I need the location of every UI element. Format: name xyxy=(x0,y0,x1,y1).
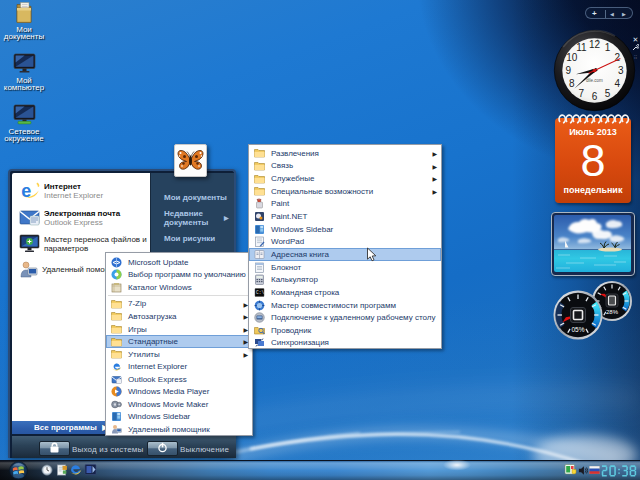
svg-text:28%: 28% xyxy=(606,309,619,315)
svg-text:8: 8 xyxy=(569,78,575,89)
svg-text:3: 3 xyxy=(618,65,624,76)
svg-text:C:\: C:\ xyxy=(256,289,264,294)
svg-text:12: 12 xyxy=(589,39,601,50)
svg-text:4: 4 xyxy=(614,78,620,89)
svg-text:10: 10 xyxy=(566,52,578,63)
svg-text:11: 11 xyxy=(576,42,587,53)
svg-text:9: 9 xyxy=(566,65,572,76)
svg-text:5: 5 xyxy=(605,88,611,99)
svg-text:1: 1 xyxy=(605,42,611,53)
svg-text:7: 7 xyxy=(579,88,585,99)
svg-text:6: 6 xyxy=(592,91,598,102)
svg-text:05%: 05% xyxy=(571,326,584,333)
svg-text:dile.com: dile.com xyxy=(586,78,603,83)
